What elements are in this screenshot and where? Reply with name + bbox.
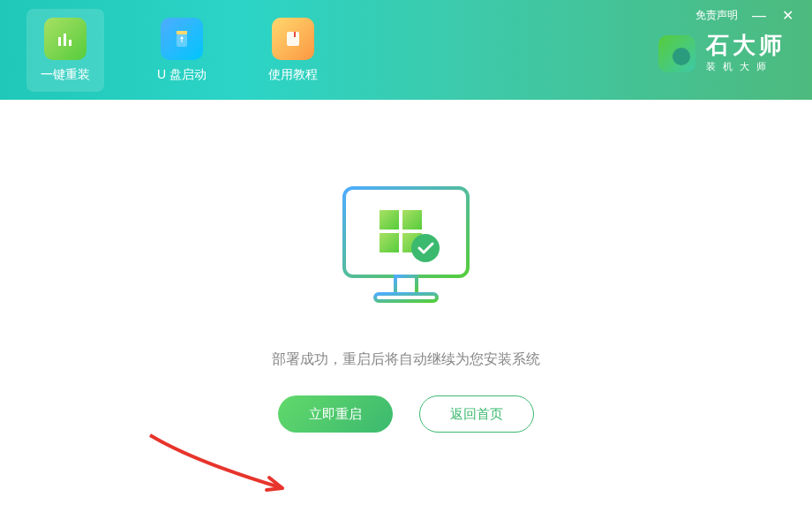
brand-title: 石大师 (706, 34, 786, 56)
svg-rect-9 (375, 294, 437, 301)
svg-rect-11 (402, 210, 422, 230)
brand-logo-icon (658, 35, 695, 72)
svg-rect-1 (64, 34, 66, 46)
minimize-button[interactable]: — (752, 8, 766, 24)
main-content: 部署成功，重启后将自动继续为您安装系统 立即重启 返回首页 (0, 100, 812, 512)
svg-rect-8 (395, 276, 417, 294)
app-header: 免责声明 — ✕ 一键重装 U 盘启动 使用教程 石大师 装机大师 (0, 0, 812, 100)
tab-tutorial[interactable]: 使用教程 (259, 9, 327, 92)
brand: 石大师 装机大师 (658, 34, 786, 73)
svg-rect-0 (58, 37, 61, 46)
usb-icon (161, 18, 203, 60)
brand-subtitle: 装机大师 (706, 60, 786, 73)
svg-rect-2 (69, 40, 71, 46)
svg-point-14 (411, 234, 440, 262)
annotation-arrow-icon (141, 426, 309, 512)
disclaimer-link[interactable]: 免责声明 (695, 8, 738, 23)
window-controls: 免责声明 — ✕ (695, 7, 794, 24)
svg-rect-5 (287, 32, 299, 46)
svg-rect-7 (344, 188, 468, 276)
svg-rect-10 (380, 210, 399, 230)
tab-reinstall[interactable]: 一键重装 (26, 9, 104, 92)
svg-rect-12 (380, 233, 399, 252)
monitor-success-icon (327, 179, 485, 324)
tab-usb-boot[interactable]: U 盘启动 (148, 9, 215, 92)
close-button[interactable]: ✕ (780, 7, 794, 24)
action-buttons: 立即重启 返回首页 (278, 395, 534, 433)
svg-rect-3 (177, 31, 187, 34)
book-icon (272, 18, 314, 60)
restart-button[interactable]: 立即重启 (278, 395, 393, 433)
tab-label: U 盘启动 (157, 67, 207, 83)
return-home-button[interactable]: 返回首页 (419, 395, 534, 433)
tab-label: 使用教程 (268, 67, 318, 83)
tab-label: 一键重装 (41, 67, 90, 83)
svg-rect-6 (294, 32, 296, 37)
bars-icon (44, 18, 86, 60)
nav-tabs: 一键重装 U 盘启动 使用教程 (26, 9, 327, 92)
status-message: 部署成功，重启后将自动继续为您安装系统 (272, 350, 540, 369)
